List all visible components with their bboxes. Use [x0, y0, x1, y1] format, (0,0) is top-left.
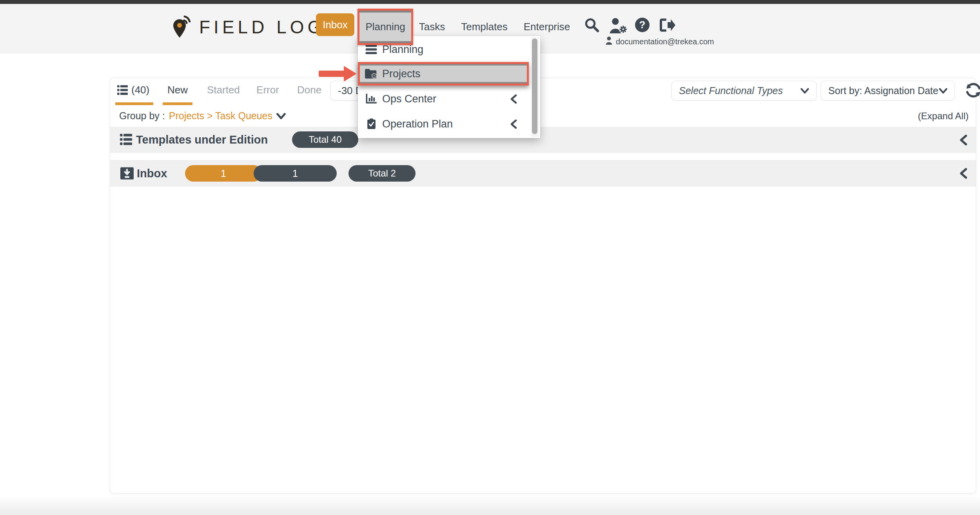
section-inbox[interactable]: Inbox 1 1 Total 2 — [110, 160, 976, 187]
account-email: documentation@trekea.com — [616, 37, 714, 46]
list-icon — [120, 134, 132, 147]
menu-item-label: Projects — [382, 68, 421, 80]
menu-item-label: Planning — [382, 44, 423, 56]
groupby-value-link[interactable]: Projects > Task Queues — [169, 110, 272, 122]
collapse-chevron-icon[interactable] — [959, 127, 968, 153]
logout-icon[interactable] — [660, 18, 675, 33]
status-badge-new: 1 — [185, 165, 262, 182]
total-badge: Total 40 — [292, 131, 358, 148]
menu-item-ops-center[interactable]: Ops Center — [358, 89, 528, 109]
tab-all-active-underline — [115, 102, 153, 105]
tab-error[interactable]: Error — [256, 81, 279, 98]
sort-value: Sort by: Assignation Date — [828, 85, 938, 96]
status-badge-other: 1 — [254, 165, 337, 182]
chevron-down-icon — [800, 88, 809, 94]
inbox-tray-icon — [120, 167, 134, 182]
annotation-arrow — [319, 71, 345, 77]
tab-all-label: (40) — [131, 81, 149, 98]
functional-types-select[interactable]: Select Functional Types — [671, 81, 817, 100]
refresh-icon[interactable] — [965, 82, 980, 99]
window-top-strip — [0, 0, 980, 4]
folder-gear-icon — [365, 68, 377, 79]
menu-bars-icon — [365, 45, 377, 54]
nav-planning-button-highlighted[interactable]: Planning — [358, 9, 413, 45]
menu-item-operation-plan[interactable]: Operation Plan — [358, 114, 528, 134]
submenu-chevron-left-icon — [510, 94, 517, 104]
sort-select[interactable]: Sort by: Assignation Date — [821, 81, 955, 100]
total-badge: Total 2 — [348, 165, 416, 182]
functional-types-value: Select Functional Types — [679, 85, 783, 96]
groupby-label: Group by : — [119, 110, 165, 122]
chevron-down-icon — [939, 88, 947, 94]
help-icon[interactable]: ? — [635, 18, 650, 32]
search-icon[interactable] — [584, 18, 599, 34]
page-bottom-fade — [0, 495, 980, 515]
list-icon — [117, 85, 128, 95]
section-templates-under-edition[interactable]: Templates under Edition Total 40 — [110, 127, 976, 153]
planning-dropdown-menu: Planning Projects — [358, 36, 540, 138]
person-icon — [605, 36, 613, 47]
chevron-down-icon[interactable] — [276, 113, 286, 119]
section-title: Templates under Edition — [136, 133, 268, 146]
menu-item-label: Operation Plan — [382, 118, 453, 130]
section-title: Inbox — [137, 167, 167, 180]
inbox-status-capsule: 1 1 — [185, 165, 337, 182]
nav-inbox-button[interactable]: Inbox — [316, 13, 354, 36]
expand-all-link[interactable]: (Expand All) — [918, 105, 969, 127]
dropdown-scrollbar-thumb[interactable] — [532, 38, 537, 134]
tab-done[interactable]: Done — [297, 81, 320, 98]
tab-started[interactable]: Started — [207, 81, 237, 98]
clipboard-check-icon — [365, 118, 377, 129]
menu-item-projects-highlighted[interactable]: Projects — [358, 62, 529, 86]
fieldlogs-pin-icon — [171, 14, 194, 40]
user-gear-icon[interactable] — [608, 18, 628, 35]
brand-logo: FIELD LOGS — [171, 14, 341, 40]
tab-new[interactable]: New — [163, 81, 192, 98]
account-info: documentation@trekea.com — [605, 36, 714, 47]
tab-new-active-underline — [163, 102, 192, 105]
menu-item-label: Ops Center — [382, 93, 436, 105]
tab-all-count[interactable]: (40) — [117, 81, 149, 98]
collapse-chevron-icon[interactable] — [959, 160, 968, 187]
submenu-chevron-left-icon — [510, 119, 517, 129]
groupby-row: Group by : Projects > Task Queues (Expan… — [110, 105, 976, 127]
bar-chart-icon — [365, 94, 377, 104]
annotation-arrow-head — [344, 66, 357, 82]
main-panel: (40) New Started Error Done -30 D Select… — [110, 78, 976, 493]
